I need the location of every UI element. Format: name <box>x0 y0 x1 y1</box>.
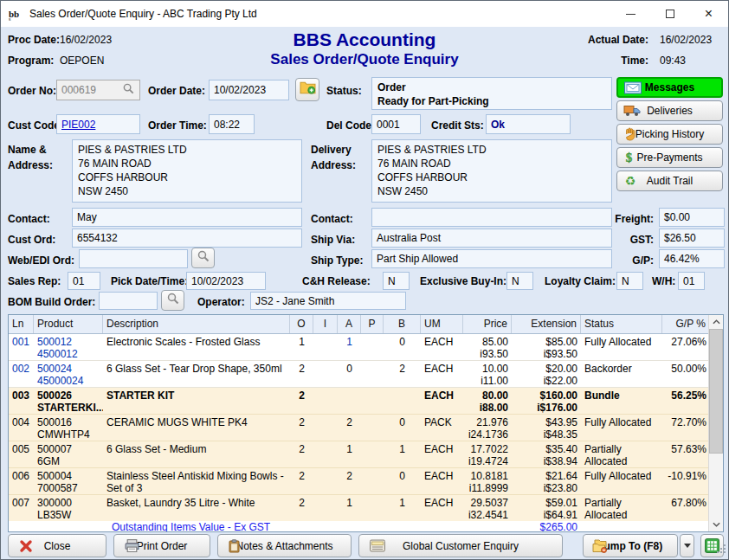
pre-payments-button[interactable]: $Pre-Payments <box>616 147 723 168</box>
gp-field[interactable]: 46.42% <box>659 249 725 268</box>
column-header[interactable]: A <box>338 315 361 333</box>
button-label: Deliveries <box>647 105 693 117</box>
sales-rep-field[interactable]: 01 <box>68 272 100 290</box>
warehouse-field[interactable]: 01 <box>678 272 705 290</box>
cell-status: Backorder <box>581 361 662 387</box>
cell-picked <box>361 415 384 441</box>
actual-date-label: Actual Date: <box>560 34 648 46</box>
cell-price: 17.7022i19.4724 <box>463 441 512 467</box>
loyalty-claim-field[interactable]: N <box>616 272 643 290</box>
column-header[interactable]: I <box>313 315 338 333</box>
title-bar: bbs Sales Order/Quote Enquiry - ABC Trad… <box>1 1 728 27</box>
column-header[interactable]: Description <box>103 315 290 333</box>
table-row[interactable]: 003500026STARTERKI...STARTER KIT2EACH80.… <box>9 388 710 415</box>
name-address-field[interactable]: PIES & PASTRIES LTD 76 MAIN ROAD COFFS H… <box>72 139 302 203</box>
column-header[interactable]: B <box>384 315 421 333</box>
bom-lookup-button[interactable] <box>161 290 184 311</box>
cell-description: CERAMIC MUGS WHITE PK4 <box>103 415 290 441</box>
cell-extension: $59.01i$64.91 <box>512 495 581 521</box>
cell-ordered: 2 <box>290 415 313 441</box>
status-field[interactable]: Order Ready for Part-Picking <box>371 77 612 110</box>
cell-um: EACH <box>421 334 463 360</box>
order-time-field[interactable]: 08:22 <box>209 114 255 134</box>
cust-ord-field[interactable]: 6554132 <box>72 229 302 248</box>
order-date-field[interactable]: 10/02/2023 <box>209 80 289 100</box>
contact-field[interactable]: May <box>72 208 302 227</box>
cell-allocated: 1 <box>338 441 361 467</box>
outstanding-items-label[interactable]: Outstanding Items Value - Ex GST <box>112 521 270 531</box>
ch-release-label: C&H Release: <box>302 275 371 287</box>
print-order-button[interactable]: Print Order <box>113 534 210 557</box>
notes-attachments-button[interactable]: Notes & Attachments <box>217 534 352 557</box>
cell-um: EACH <box>421 361 463 387</box>
cell-ln: 004 <box>9 415 34 441</box>
jump-to-dropdown-button[interactable] <box>680 534 694 557</box>
cell-status: Fully Allocated <box>581 468 662 494</box>
ship-contact-field[interactable] <box>371 208 612 227</box>
column-header[interactable]: Extension <box>512 315 581 333</box>
delivery-address-field[interactable]: PIES & PASTRIES LTD 76 MAIN ROAD COFFS H… <box>371 139 612 203</box>
freight-field[interactable]: $0.00 <box>659 208 725 227</box>
exclusive-buyin-field[interactable]: N <box>506 272 533 290</box>
minimize-icon <box>626 14 635 15</box>
cell-price: 80.00i88.00 <box>463 388 512 414</box>
table-footer: Outstanding Items Value - Ex GST $265.00 <box>9 521 710 531</box>
scroll-down-icon[interactable] <box>709 518 723 531</box>
new-order-lookup-button[interactable] <box>295 78 319 101</box>
outstanding-items-value[interactable]: $265.00 <box>512 521 577 531</box>
table-row[interactable]: 007300000LB35WBasket, Laundry 35 Litre -… <box>9 495 710 522</box>
cell-product: 5000047000587 <box>34 468 103 494</box>
cell-price: 85.00i93.50 <box>463 334 512 360</box>
column-header[interactable]: UM <box>421 315 463 333</box>
deliveries-button[interactable]: Deliveries <box>616 100 723 121</box>
table-row[interactable]: 0015000124500012Electronic Scales - Fros… <box>9 334 710 361</box>
cell-ln: 007 <box>9 495 34 521</box>
messages-button[interactable]: Messages <box>616 77 723 98</box>
table-row[interactable]: 0065000047000587Stainless Steel Antiskid… <box>9 468 710 495</box>
column-header[interactable]: G/P % <box>662 315 710 333</box>
cell-price: 10.8181i11.8999 <box>463 468 512 494</box>
window-maximize-button[interactable] <box>650 1 689 27</box>
gst-field[interactable]: $26.50 <box>659 229 725 248</box>
close-button[interactable]: Close <box>8 534 106 557</box>
maximize-icon <box>666 10 674 18</box>
cell-product: 5000076GM <box>34 441 103 467</box>
column-header[interactable]: O <box>290 315 313 333</box>
cell-invoiced <box>313 415 338 441</box>
window-minimize-button[interactable] <box>611 1 650 27</box>
column-header[interactable]: Status <box>581 315 662 333</box>
pick-datetime-field[interactable]: 10/02/2023 <box>186 272 266 290</box>
ch-release-field[interactable]: N <box>383 272 410 290</box>
ship-via-field[interactable]: Australia Post <box>371 229 612 248</box>
window-close-button[interactable]: × <box>689 1 728 27</box>
cell-backorder: 0 <box>384 415 421 441</box>
order-no-field[interactable]: 000619 <box>56 80 140 100</box>
cust-code-field[interactable]: PIE002 <box>56 114 140 134</box>
bom-build-field[interactable] <box>99 292 158 310</box>
column-header[interactable]: Ln <box>9 315 34 333</box>
credit-sts-field[interactable]: Ok <box>486 114 571 134</box>
picking-history-button[interactable]: Picking History <box>616 124 723 145</box>
scroll-up-icon[interactable] <box>709 315 723 329</box>
operator-field[interactable]: JS2 - Jane Smith <box>250 292 406 310</box>
column-header[interactable]: P <box>361 315 384 333</box>
gp-label: G/P: <box>598 254 654 267</box>
cell-backorder: 1 <box>384 441 421 467</box>
audit-trail-button[interactable]: ♻Audit Trail <box>616 171 723 191</box>
loyalty-claim-label: Loyalty Claim: <box>545 275 616 287</box>
del-code-field[interactable]: 0001 <box>371 114 421 134</box>
cell-backorder <box>384 388 421 414</box>
jump-to-button[interactable]: Jump To (F8) <box>583 534 678 557</box>
table-row[interactable]: 0055000076GM6 Glass Set - Medium211EACH1… <box>9 441 710 468</box>
web-edi-field[interactable] <box>79 249 188 268</box>
ship-type-field[interactable]: Part Ship Allowed <box>371 249 612 268</box>
table-row[interactable]: 004500016CMWHTP4CERAMIC MUGS WHITE PK422… <box>9 415 710 441</box>
resize-grip[interactable] <box>716 542 726 557</box>
table-row[interactable]: 002500024450000246 Glass Set - Tear Drop… <box>9 361 710 388</box>
column-header[interactable]: Price <box>463 315 512 333</box>
scrollbar-thumb[interactable] <box>709 329 723 454</box>
global-customer-enquiry-button[interactable]: Global Customer Enquiry <box>358 534 563 557</box>
column-header[interactable]: Product <box>34 315 103 333</box>
web-edi-lookup-button[interactable] <box>191 248 215 268</box>
table-scrollbar[interactable] <box>708 315 723 531</box>
